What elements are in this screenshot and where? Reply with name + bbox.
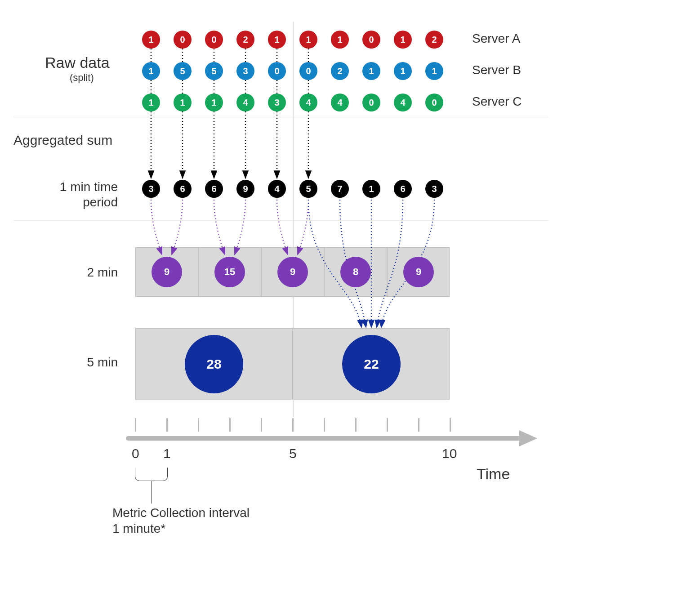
tick-2 [198,418,199,432]
tick-0 [135,418,136,432]
raw-b-3: 5 [205,62,223,80]
sum1-3: 6 [205,180,223,198]
sum2-4: 8 [340,257,371,287]
tick-label-0: 0 [132,446,139,461]
raw-c-4: 4 [236,94,254,111]
sum1-1: 3 [142,180,160,198]
raw-a-6: 1 [299,31,317,49]
raw-a-9: 1 [394,31,412,49]
server-c-label: Server C [472,94,522,109]
tick-4 [261,418,262,432]
sum1-2: 6 [174,180,192,198]
axis-arrowhead-icon [519,430,537,446]
raw-c-2: 1 [174,94,192,111]
sum1-7: 7 [331,180,349,198]
raw-c-8: 0 [362,94,380,111]
sum1-10: 3 [425,180,443,198]
raw-a-2: 0 [174,31,192,49]
tick-6 [324,418,325,432]
tick-9 [418,418,419,432]
interval-label-2: 1 minute* [112,522,165,536]
divider [13,117,548,117]
raw-b-10: 1 [425,62,443,80]
aggregated-sum-title: Aggregated sum [13,133,112,148]
sum5-1: 28 [185,335,243,393]
server-b-label: Server B [472,63,521,77]
tick-label-5: 5 [289,446,297,461]
sum1-8: 1 [362,180,380,198]
tick-5 [292,418,294,432]
sum2-1: 9 [152,257,182,287]
row-1min-label-2: period [28,195,118,210]
sum2-2: 15 [214,257,245,287]
raw-a-10: 2 [425,31,443,49]
raw-a-5: 1 [268,31,286,49]
raw-c-1: 1 [142,94,160,111]
tick-label-1: 1 [163,446,171,461]
interval-bracket-stem [151,481,152,504]
row-1min-label-1: 1 min time [28,180,118,194]
raw-c-6: 4 [299,94,317,111]
raw-c-7: 4 [331,94,349,111]
sum1-6: 5 [299,180,317,198]
raw-b-5: 0 [268,62,286,80]
sum2-3: 9 [277,257,308,287]
raw-a-4: 2 [236,31,254,49]
raw-a-3: 0 [205,31,223,49]
sum5-2: 22 [342,335,401,393]
time-axis [126,436,522,441]
raw-data-subtitle: (split) [70,72,94,84]
sum1-9: 6 [394,180,412,198]
server-a-label: Server A [472,31,520,46]
raw-b-4: 3 [236,62,254,80]
raw-b-2: 5 [174,62,192,80]
row-5min-label: 5 min [28,355,118,370]
sum1-5: 4 [268,180,286,198]
raw-b-7: 2 [331,62,349,80]
tick-7 [355,418,357,432]
raw-b-9: 1 [394,62,412,80]
divider [13,220,548,221]
interval-label-1: Metric Collection interval [112,506,250,520]
sum2-5: 9 [403,257,434,287]
axis-label-time: Time [477,465,510,483]
raw-b-8: 1 [362,62,380,80]
diagram-canvas: Raw data (split) Aggregated sum 1 min ti… [0,0,700,593]
tick-label-10: 10 [442,446,457,461]
raw-c-3: 1 [205,94,223,111]
raw-c-9: 4 [394,94,412,111]
sum1-4: 9 [236,180,254,198]
raw-c-10: 0 [425,94,443,111]
raw-a-7: 1 [331,31,349,49]
tick-8 [387,418,388,432]
row-2min-label: 2 min [28,265,118,280]
interval-bracket-icon [135,468,168,481]
tick-10 [450,418,451,432]
raw-a-8: 0 [362,31,380,49]
raw-c-5: 3 [268,94,286,111]
raw-a-1: 1 [142,31,160,49]
raw-b-1: 1 [142,62,160,80]
tick-1 [166,418,168,432]
raw-data-title: Raw data [45,54,110,71]
tick-3 [229,418,231,432]
raw-b-6: 0 [299,62,317,80]
guide-line-t5 [293,22,294,417]
